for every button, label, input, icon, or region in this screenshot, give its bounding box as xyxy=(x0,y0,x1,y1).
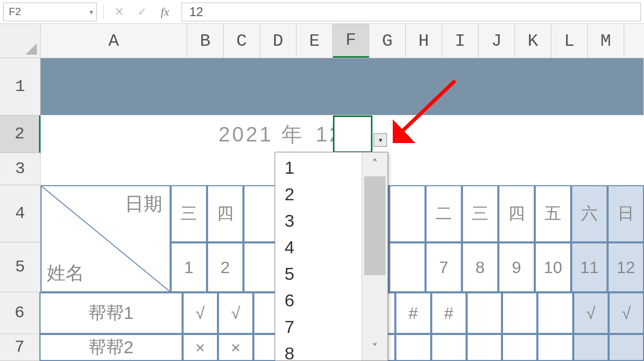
diag-label-date: 日期 xyxy=(125,191,162,217)
dropdown-option[interactable]: 3 xyxy=(275,208,362,234)
mark-1-K[interactable] xyxy=(537,292,573,334)
mark-1-B[interactable]: √ xyxy=(183,292,218,334)
mark-2-K[interactable] xyxy=(537,334,573,361)
diagonal-header-cell[interactable]: 日期 姓名 xyxy=(41,185,171,292)
scroll-thumb[interactable] xyxy=(364,176,385,275)
row-header-7[interactable]: 7 xyxy=(0,334,40,361)
row-header-4[interactable]: 4 xyxy=(0,185,41,242)
mark-2-M[interactable] xyxy=(609,334,644,361)
name-cell-1[interactable]: 帮帮1 xyxy=(40,292,183,334)
separator xyxy=(103,4,104,20)
mark-2-H[interactable] xyxy=(431,334,467,361)
year-value: 2021 xyxy=(218,123,273,146)
daynum-G2[interactable] xyxy=(389,242,426,292)
daynum-M[interactable]: 12 xyxy=(608,242,644,292)
scroll-up-icon[interactable]: ˄ xyxy=(362,152,388,176)
mark-2-G2[interactable] xyxy=(395,334,431,361)
dropdown-option[interactable]: 8 xyxy=(275,340,362,361)
daynum-K[interactable]: 10 xyxy=(535,242,571,292)
mark-2-J[interactable] xyxy=(502,334,537,361)
select-all-triangle[interactable] xyxy=(0,24,41,58)
col-header-H[interactable]: H xyxy=(406,24,442,58)
mark-1-M[interactable]: √ xyxy=(609,292,644,334)
confirm-button[interactable]: ✓ xyxy=(133,3,151,21)
col-header-A[interactable]: A xyxy=(41,24,187,58)
check-icon: ✓ xyxy=(137,5,147,19)
scroll-track[interactable] xyxy=(362,176,388,337)
row-header-2[interactable]: 2 xyxy=(0,115,41,153)
formula-value: 12 xyxy=(189,5,203,19)
mark-2-C[interactable]: × xyxy=(218,334,253,361)
year-month-area[interactable]: 2021 年 12 月 xyxy=(187,115,442,153)
weekday-L[interactable]: 六 xyxy=(571,185,608,242)
dropdown-option[interactable]: 7 xyxy=(275,314,362,340)
row-header-6[interactable]: 6 xyxy=(0,292,40,334)
month-unit: 月 xyxy=(350,120,373,149)
col-header-M[interactable]: M xyxy=(588,24,624,58)
weekday-K[interactable]: 五 xyxy=(535,185,571,242)
fx-icon: fx xyxy=(161,5,169,19)
col-header-D[interactable]: D xyxy=(260,24,297,58)
row-header-5[interactable]: 5 xyxy=(0,242,41,292)
name-box[interactable]: F2 ▾ xyxy=(3,3,97,21)
column-headers: A B C D E F G H I J K L M xyxy=(0,24,644,58)
title-banner[interactable] xyxy=(41,58,644,115)
name-box-value: F2 xyxy=(9,6,21,18)
row-header-3[interactable]: 3 xyxy=(0,153,41,185)
scroll-down-icon[interactable]: ˅ xyxy=(362,337,388,360)
col-header-B[interactable]: B xyxy=(187,24,224,58)
weekday-C[interactable]: 四 xyxy=(207,185,243,242)
insert-function-button[interactable]: fx xyxy=(156,3,174,21)
name-box-dropdown-icon[interactable]: ▾ xyxy=(89,8,93,16)
mark-1-G2[interactable]: # xyxy=(395,292,431,334)
dropdown-option[interactable]: 5 xyxy=(275,261,362,287)
dropdown-scrollbar[interactable]: ˄ ˅ xyxy=(362,152,388,360)
row-header-1[interactable]: 1 xyxy=(0,58,41,115)
daynum-C[interactable]: 2 xyxy=(207,242,243,292)
dropdown-option[interactable]: 2 xyxy=(275,181,362,208)
daynum-L[interactable]: 11 xyxy=(571,242,608,292)
col-header-J[interactable]: J xyxy=(479,24,515,58)
data-validation-list[interactable]: 1 2 3 4 5 6 7 8 ˄ ˅ xyxy=(275,152,388,361)
dropdown-option[interactable]: 6 xyxy=(275,287,362,314)
daynum-J[interactable]: 9 xyxy=(498,242,535,292)
chevron-down-icon: ▾ xyxy=(379,136,382,144)
weekday-B[interactable]: 三 xyxy=(171,185,207,242)
daynum-B[interactable]: 1 xyxy=(171,242,207,292)
weekday-J[interactable]: 四 xyxy=(498,185,535,242)
weekday-H[interactable]: 二 xyxy=(426,185,462,242)
mark-2-L[interactable] xyxy=(573,334,609,361)
mark-1-C[interactable]: √ xyxy=(218,292,253,334)
mark-2-I[interactable] xyxy=(467,334,502,361)
col-header-K[interactable]: K xyxy=(515,24,551,58)
data-validation-dropdown-button[interactable]: ▾ xyxy=(373,133,387,147)
daynum-I[interactable]: 8 xyxy=(462,242,498,292)
x-icon: ✕ xyxy=(114,5,124,19)
mark-1-I[interactable] xyxy=(467,292,502,334)
dropdown-option[interactable]: 4 xyxy=(275,234,362,261)
weekday-M[interactable]: 日 xyxy=(608,185,644,242)
dropdown-option[interactable]: 1 xyxy=(275,154,362,181)
daynum-H[interactable]: 7 xyxy=(426,242,462,292)
month-value: 12 xyxy=(316,123,343,146)
col-header-C[interactable]: C xyxy=(224,24,260,58)
cell-A2[interactable] xyxy=(41,115,187,153)
cancel-button[interactable]: ✕ xyxy=(110,3,128,21)
formula-bar: F2 ▾ ✕ ✓ fx 12 xyxy=(0,0,644,24)
col-header-F[interactable]: F xyxy=(333,24,369,58)
formula-input[interactable]: 12 xyxy=(182,3,641,21)
name-cell-2[interactable]: 帮帮2 xyxy=(40,334,183,361)
mark-2-B[interactable]: × xyxy=(183,334,218,361)
col-header-L[interactable]: L xyxy=(551,24,588,58)
mark-1-H[interactable]: # xyxy=(431,292,467,334)
diag-label-name: 姓名 xyxy=(47,261,84,286)
mark-1-J[interactable] xyxy=(502,292,537,334)
col-header-E[interactable]: E xyxy=(297,24,333,58)
weekday-G2[interactable] xyxy=(389,185,426,242)
dropdown-options: 1 2 3 4 5 6 7 8 xyxy=(275,152,362,360)
col-header-G[interactable]: G xyxy=(369,24,406,58)
year-unit: 年 xyxy=(281,120,304,149)
col-header-I[interactable]: I xyxy=(442,24,479,58)
weekday-I[interactable]: 三 xyxy=(462,185,498,242)
mark-1-L[interactable]: √ xyxy=(573,292,609,334)
